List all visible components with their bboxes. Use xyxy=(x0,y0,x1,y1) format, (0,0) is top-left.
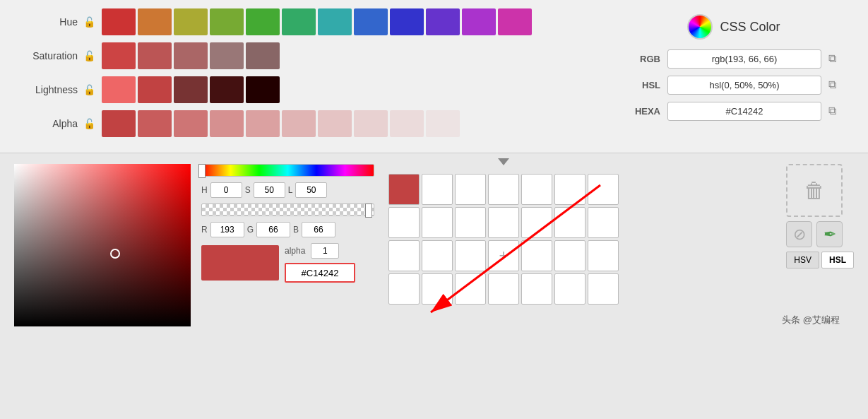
hue-slider[interactable] xyxy=(201,164,374,177)
trash-icon: 🗑 xyxy=(804,179,825,203)
hsl-copy-icon[interactable]: ⧉ xyxy=(828,78,843,93)
hexa-row: HEXA #C14242 ⧉ xyxy=(625,102,843,121)
hue-swatch-1[interactable] xyxy=(138,8,172,35)
sat-swatch-4[interactable] xyxy=(246,42,280,69)
alpha-swatch-6[interactable] xyxy=(318,110,352,137)
l-input[interactable] xyxy=(295,182,327,198)
rgb-copy-icon[interactable]: ⧉ xyxy=(828,52,843,66)
grid-cell-15[interactable] xyxy=(422,240,453,271)
grid-cell-3[interactable] xyxy=(488,174,519,205)
light-swatch-3[interactable] xyxy=(210,76,244,103)
hue-swatch-6[interactable] xyxy=(318,8,352,35)
grid-cell-selected[interactable] xyxy=(388,174,420,205)
trash-button[interactable]: 🗑 xyxy=(786,164,843,217)
eyedropper-icon: ✒ xyxy=(824,225,836,244)
grid-cell-13[interactable] xyxy=(588,207,619,238)
s-input[interactable] xyxy=(254,182,285,198)
hue-swatch-11[interactable] xyxy=(498,8,532,35)
hue-swatch-10[interactable] xyxy=(462,8,496,35)
hsv-tab[interactable]: HSV xyxy=(786,252,819,268)
grid-cell-5[interactable] xyxy=(554,174,585,205)
alpha-swatch-5[interactable] xyxy=(282,110,316,137)
saturation-lock-icon[interactable]: 🔓 xyxy=(83,50,96,61)
b-input[interactable] xyxy=(302,222,335,237)
hue-lock-icon[interactable]: 🔓 xyxy=(83,16,96,28)
grid-cell-20[interactable] xyxy=(388,273,420,305)
hue-swatch-4[interactable] xyxy=(246,8,280,35)
sat-swatch-3[interactable] xyxy=(210,42,244,69)
light-swatch-1[interactable] xyxy=(138,76,172,103)
alpha-swatch-1[interactable] xyxy=(138,110,172,137)
r-input[interactable] xyxy=(210,222,244,237)
grid-cell-22[interactable] xyxy=(455,273,486,305)
hue-swatch-0[interactable] xyxy=(102,8,136,35)
hexa-value[interactable]: #C14242 xyxy=(667,102,821,121)
alpha-slider[interactable] xyxy=(201,203,374,216)
alpha-input[interactable] xyxy=(311,243,339,259)
grid-cell-14[interactable] xyxy=(388,240,420,271)
rgb-value[interactable]: rgb(193, 66, 66) xyxy=(667,49,821,69)
h-input[interactable] xyxy=(210,182,242,198)
grid-cell-2[interactable] xyxy=(455,174,486,205)
no-dropper-row: ⊘ ✒ xyxy=(786,221,854,247)
alpha-swatch-7[interactable] xyxy=(354,110,388,137)
grid-cell-11[interactable] xyxy=(521,207,552,238)
grid-cell-16[interactable] xyxy=(455,240,486,271)
lightness-lock-icon[interactable]: 🔓 xyxy=(83,84,96,95)
grid-cell-19[interactable] xyxy=(588,240,619,271)
grid-cell-7[interactable] xyxy=(388,207,420,238)
hexa-copy-icon[interactable]: ⧉ xyxy=(828,105,843,119)
sat-swatch-1[interactable] xyxy=(138,42,172,69)
lightness-swatches xyxy=(102,76,280,103)
hex-input[interactable] xyxy=(285,263,355,283)
hue-swatch-7[interactable] xyxy=(354,8,388,35)
hue-swatch-9[interactable] xyxy=(426,8,460,35)
color-picker-canvas[interactable] xyxy=(14,164,191,326)
grid-cell-10[interactable] xyxy=(488,207,519,238)
sat-swatch-2[interactable] xyxy=(174,42,208,69)
hue-swatch-8[interactable] xyxy=(390,8,424,35)
grid-cell-24[interactable] xyxy=(521,273,552,305)
hsl-tab[interactable]: HSL xyxy=(821,252,854,268)
grid-cell-26[interactable] xyxy=(588,273,619,305)
hsl-value[interactable]: hsl(0, 50%, 50%) xyxy=(667,76,821,95)
hex-input-container xyxy=(285,263,355,283)
hue-swatch-2[interactable] xyxy=(174,8,208,35)
grid-cell-23[interactable] xyxy=(488,273,519,305)
hsl-fields: H S L xyxy=(201,182,374,198)
grid-cell-4[interactable] xyxy=(521,174,552,205)
grid-section: + xyxy=(388,164,619,305)
hue-swatch-3[interactable] xyxy=(210,8,244,35)
light-swatch-4[interactable] xyxy=(246,76,280,103)
g-input[interactable] xyxy=(256,222,290,237)
grid-cell-21[interactable] xyxy=(422,273,453,305)
alpha-swatch-2[interactable] xyxy=(174,110,208,137)
sat-swatch-0[interactable] xyxy=(102,42,136,69)
no-color-button[interactable]: ⊘ xyxy=(786,221,812,247)
l-label: L xyxy=(288,185,293,195)
alpha-swatch-4[interactable] xyxy=(246,110,280,137)
grid-cell-12[interactable] xyxy=(554,207,585,238)
css-color-title: CSS Color xyxy=(720,20,780,35)
grid-cell-17[interactable] xyxy=(521,240,552,271)
light-swatch-2[interactable] xyxy=(174,76,208,103)
grid-cell-18[interactable] xyxy=(554,240,585,271)
alpha-swatch-0[interactable] xyxy=(102,110,136,137)
picker-circle xyxy=(110,249,120,259)
hue-row: Hue 🔓 xyxy=(14,8,593,35)
alpha-swatch-3[interactable] xyxy=(210,110,244,137)
eyedropper-button[interactable]: ✒ xyxy=(816,221,843,247)
alpha-row-controls: alpha xyxy=(285,243,355,259)
alpha-lock-icon[interactable]: 🔓 xyxy=(83,118,96,129)
grid-cell-8[interactable] xyxy=(422,207,453,238)
grid-cell-25[interactable] xyxy=(554,273,585,305)
light-swatch-0[interactable] xyxy=(102,76,136,103)
add-color-button[interactable]: + xyxy=(488,240,519,271)
hue-swatch-5[interactable] xyxy=(282,8,316,35)
grid-cell-1[interactable] xyxy=(422,174,453,205)
alpha-label: Alpha xyxy=(14,118,78,129)
alpha-swatch-8[interactable] xyxy=(390,110,424,137)
alpha-swatch-9[interactable] xyxy=(426,110,460,137)
grid-cell-9[interactable] xyxy=(455,207,486,238)
grid-cell-6[interactable] xyxy=(588,174,619,205)
